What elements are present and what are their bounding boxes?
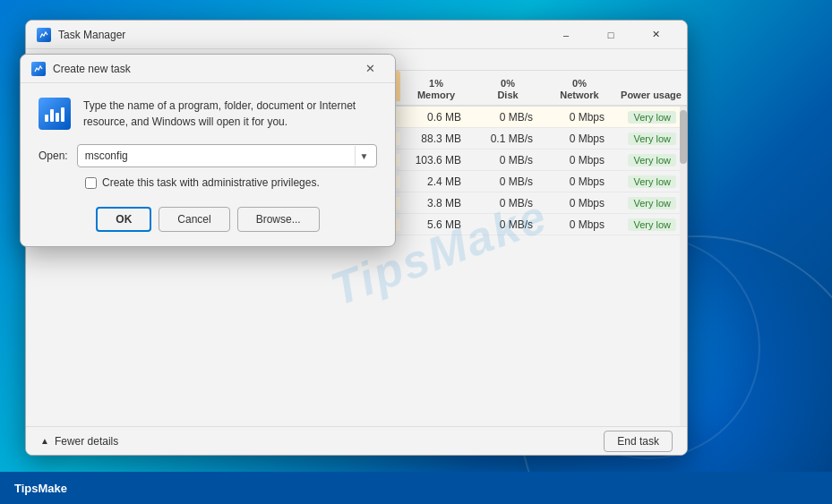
bar2	[50, 109, 54, 122]
dialog-icon	[31, 62, 46, 76]
col-header-network: 0% Network	[544, 78, 615, 101]
cell-network: 0 Mbps	[544, 175, 615, 188]
power-badge: Very low	[628, 218, 676, 231]
col-header-power: Power usage	[615, 90, 687, 101]
title-bar: Task Manager – □ ✕	[26, 21, 687, 49]
checkbox-row: Create this task with administrative pri…	[85, 176, 377, 189]
cell-network: 0 Mbps	[544, 111, 615, 124]
dialog-info-row: Type the name of a program, folder, docu…	[39, 98, 377, 130]
open-input[interactable]	[85, 149, 355, 162]
dialog-open-row: Open: ▼	[39, 144, 377, 167]
cell-memory: 3.8 MB	[400, 197, 472, 209]
bottom-bar-title: TipsMake	[14, 482, 67, 495]
cell-memory: 103.6 MB	[400, 154, 472, 167]
cell-power: Very low	[615, 218, 687, 231]
dialog-body: Type the name of a program, folder, docu…	[21, 83, 395, 246]
col-header-disk: 0% Disk	[472, 78, 544, 101]
app-icon	[37, 28, 51, 42]
admin-privilege-checkbox[interactable]	[85, 177, 97, 189]
minimize-button[interactable]: –	[545, 21, 587, 49]
bottom-bar: TipsMake	[0, 472, 832, 504]
cell-network: 0 Mbps	[544, 197, 615, 209]
title-bar-text: Task Manager	[58, 29, 545, 41]
admin-privilege-label: Create this task with administrative pri…	[102, 176, 320, 189]
power-badge: Very low	[628, 111, 676, 124]
scrollbar-thumb	[680, 110, 687, 164]
cell-power: Very low	[615, 132, 687, 145]
bar3	[56, 113, 59, 122]
cell-network: 0 Mbps	[544, 132, 615, 145]
window-controls: – □ ✕	[545, 21, 676, 49]
open-label: Open:	[39, 149, 68, 162]
col-header-memory: 1% Memory	[400, 78, 472, 101]
power-badge: Very low	[628, 175, 676, 188]
scrollbar-track[interactable]	[680, 107, 687, 426]
fewer-details-button[interactable]: ▲ Fewer details	[40, 435, 118, 448]
power-badge: Very low	[628, 132, 676, 145]
open-input-wrap: ▼	[77, 144, 377, 167]
dialog-title-text: Create new task	[53, 63, 356, 75]
cell-power: Very low	[615, 111, 687, 124]
cell-memory: 88.3 MB	[400, 132, 472, 145]
dialog-titlebar: Create new task ✕	[21, 55, 395, 83]
chevron-up-icon: ▲	[40, 436, 49, 446]
cell-network: 0 Mbps	[544, 218, 615, 231]
create-task-dialog: Create new task ✕ Type the name of a pro…	[20, 54, 396, 247]
cell-network: 0 Mbps	[544, 154, 615, 167]
cell-disk: 0 MB/s	[472, 218, 544, 231]
dialog-close-button[interactable]: ✕	[356, 56, 384, 81]
cell-memory: 5.6 MB	[400, 218, 472, 231]
ok-button[interactable]: OK	[96, 207, 151, 232]
cell-disk: 0 MB/s	[472, 154, 544, 167]
maximize-button[interactable]: □	[590, 21, 631, 49]
close-button[interactable]: ✕	[635, 21, 676, 49]
cell-disk: 0 MB/s	[472, 175, 544, 188]
cell-power: Very low	[615, 197, 687, 209]
power-badge: Very low	[628, 197, 676, 209]
bar1	[45, 115, 48, 122]
cell-power: Very low	[615, 154, 687, 167]
power-badge: Very low	[628, 154, 676, 167]
cell-disk: 0.1 MB/s	[472, 132, 544, 145]
cell-power: Very low	[615, 175, 687, 188]
footer: ▲ Fewer details End task	[26, 426, 687, 455]
bar4	[61, 107, 64, 122]
browse-button[interactable]: Browse...	[237, 207, 320, 232]
cell-memory: 2.4 MB	[400, 175, 472, 188]
cell-memory: 0.6 MB	[400, 111, 472, 124]
cell-disk: 0 MB/s	[472, 111, 544, 124]
dialog-desc-line2: resource, and Windows will open it for y…	[83, 115, 287, 128]
cell-disk: 0 MB/s	[472, 197, 544, 209]
end-task-button[interactable]: End task	[604, 431, 673, 452]
cancel-button[interactable]: Cancel	[159, 207, 229, 232]
fewer-details-label: Fewer details	[55, 435, 118, 448]
dialog-description: Type the name of a program, folder, docu…	[83, 98, 356, 130]
chart-icon	[45, 106, 64, 122]
dialog-buttons: OK Cancel Browse...	[39, 207, 377, 232]
dialog-tm-icon	[39, 98, 71, 130]
dropdown-arrow-icon[interactable]: ▼	[355, 146, 373, 166]
dialog-desc-line1: Type the name of a program, folder, docu…	[83, 99, 356, 112]
